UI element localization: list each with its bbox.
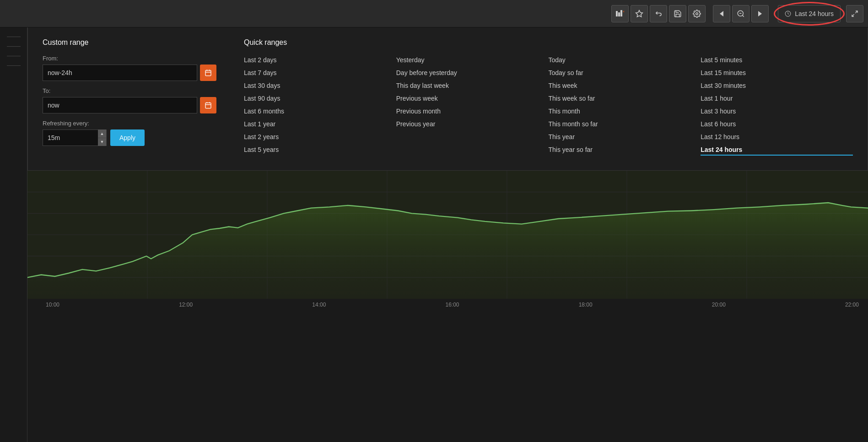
range-item[interactable]: Previous year <box>396 119 549 129</box>
range-column-3: Today Today so far This week This week s… <box>549 55 701 156</box>
svg-point-5 <box>696 12 698 15</box>
range-item[interactable]: Last 6 months <box>244 106 396 116</box>
x-axis-label: 18:00 <box>579 302 593 308</box>
to-input-row <box>43 97 216 113</box>
share-button[interactable] <box>650 5 667 22</box>
refresh-row: ▲ ▼ Apply <box>43 129 216 146</box>
main-layout: Custom range From: To: <box>0 27 868 442</box>
range-item[interactable]: This day last week <box>396 81 549 91</box>
range-item[interactable]: Last 30 minutes <box>701 81 853 91</box>
to-input[interactable] <box>43 97 197 113</box>
clock-icon <box>785 11 791 17</box>
calendar-icon <box>205 102 212 109</box>
save-button[interactable] <box>669 5 686 22</box>
range-item[interactable]: Last 90 days <box>244 93 396 103</box>
range-item-active[interactable]: Last 24 hours <box>701 145 853 156</box>
range-item[interactable]: Yesterday <box>396 55 549 65</box>
sidebar-line <box>7 46 21 47</box>
range-item[interactable]: Last 30 days <box>244 81 396 91</box>
range-item[interactable]: This week so far <box>549 93 701 103</box>
from-input-row <box>43 65 216 81</box>
range-item[interactable]: Last 1 hour <box>701 93 853 103</box>
svg-text:+: + <box>623 10 624 14</box>
time-range-picker-button[interactable]: Last 24 hours <box>778 5 841 22</box>
add-panel-button[interactable]: + <box>611 5 629 22</box>
svg-rect-18 <box>205 103 211 108</box>
range-item[interactable]: Last 2 years <box>244 132 396 142</box>
forward-button[interactable] <box>751 5 769 22</box>
x-axis-label: 22:00 <box>845 302 859 308</box>
refresh-label: Refreshing every: <box>43 120 216 127</box>
quick-ranges-section: Quick ranges Last 2 days Last 7 days Las… <box>244 38 853 156</box>
range-item[interactable]: Previous month <box>396 106 549 116</box>
range-item[interactable]: This month so far <box>549 119 701 129</box>
calendar-icon <box>205 69 212 76</box>
range-item[interactable]: Previous week <box>396 93 549 103</box>
svg-line-8 <box>743 15 744 16</box>
fullscreen-button[interactable] <box>846 5 863 22</box>
range-item[interactable]: Last 3 hours <box>701 106 853 116</box>
range-item[interactable]: Last 6 hours <box>701 119 853 129</box>
chart-container <box>27 171 868 299</box>
range-item[interactable]: Last 5 minutes <box>701 55 853 65</box>
range-column-4: Last 5 minutes Last 15 minutes Last 30 m… <box>701 55 853 156</box>
chart-area: 10:00 12:00 14:00 16:00 18:00 20:00 22:0… <box>27 171 868 442</box>
x-axis: 10:00 12:00 14:00 16:00 18:00 20:00 22:0… <box>27 299 868 308</box>
range-item[interactable]: This year so far <box>549 145 701 155</box>
range-item[interactable]: Last 12 hours <box>701 132 853 142</box>
refresh-down-arrow[interactable]: ▼ <box>98 138 106 146</box>
svg-rect-1 <box>618 12 620 16</box>
apply-button[interactable]: Apply <box>110 129 145 146</box>
zoom-out-button[interactable] <box>732 5 749 22</box>
to-label: To: <box>43 87 216 94</box>
ranges-grid: Last 2 days Last 7 days Last 30 days Las… <box>244 55 853 156</box>
toolbar: + <box>0 0 868 27</box>
left-sidebar <box>0 27 27 442</box>
svg-rect-2 <box>620 10 622 16</box>
to-calendar-button[interactable] <box>200 97 216 113</box>
custom-range-title: Custom range <box>43 38 216 47</box>
x-axis-label: 12:00 <box>179 302 193 308</box>
from-calendar-button[interactable] <box>200 65 216 81</box>
range-item[interactable]: This week <box>549 81 701 91</box>
range-item[interactable]: Last 2 days <box>244 55 396 65</box>
custom-range-section: Custom range From: To: <box>43 38 216 156</box>
range-item[interactable]: This year <box>549 132 701 142</box>
range-column-1: Last 2 days Last 7 days Last 30 days Las… <box>244 55 396 156</box>
range-column-2: Yesterday Day before yesterday This day … <box>396 55 549 156</box>
range-item[interactable]: Last 7 days <box>244 68 396 78</box>
range-item[interactable]: This month <box>549 106 701 116</box>
range-item[interactable]: Last 5 years <box>244 145 396 155</box>
svg-line-13 <box>852 14 854 16</box>
x-axis-label: 16:00 <box>445 302 459 308</box>
content-area: Custom range From: To: <box>27 27 868 442</box>
svg-marker-10 <box>758 11 762 16</box>
refresh-stepper[interactable]: ▲ ▼ <box>98 129 106 146</box>
range-item[interactable]: Today so far <box>549 68 701 78</box>
range-item[interactable]: Day before yesterday <box>396 68 549 78</box>
chart-svg <box>27 171 868 299</box>
refresh-input[interactable] <box>43 129 98 146</box>
from-input[interactable] <box>43 65 197 81</box>
quick-ranges-title: Quick ranges <box>244 38 853 47</box>
range-item[interactable]: Last 1 year <box>244 119 396 129</box>
svg-marker-6 <box>720 11 723 16</box>
settings-button[interactable] <box>688 5 706 22</box>
star-button[interactable] <box>631 5 648 22</box>
sidebar-line <box>7 37 21 37</box>
fullscreen-icon <box>851 10 858 17</box>
range-item[interactable]: Last 15 minutes <box>701 68 853 78</box>
from-label: From: <box>43 55 216 62</box>
svg-rect-14 <box>205 70 211 76</box>
back-button[interactable] <box>713 5 730 22</box>
refresh-up-arrow[interactable]: ▲ <box>98 129 106 138</box>
sidebar-line <box>7 56 21 56</box>
time-range-label: Last 24 hours <box>795 10 834 17</box>
refresh-input-wrap: ▲ ▼ <box>43 129 107 146</box>
range-item[interactable]: Today <box>549 55 701 65</box>
x-axis-label: 10:00 <box>46 302 59 308</box>
sidebar-line <box>7 65 21 66</box>
svg-marker-4 <box>636 10 643 16</box>
x-axis-label: 20:00 <box>712 302 726 308</box>
svg-rect-0 <box>616 11 618 16</box>
